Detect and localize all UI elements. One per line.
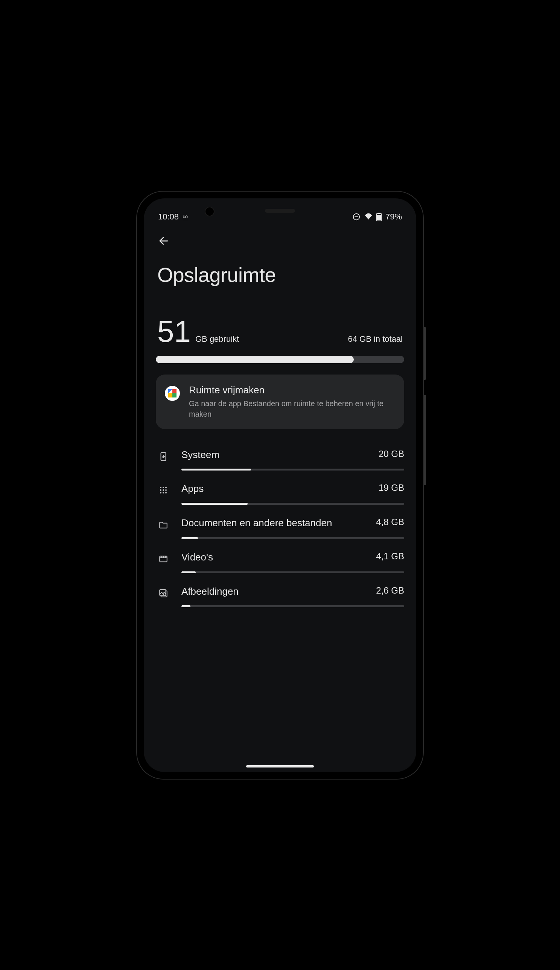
- screen: 10:08 ∞ 79% Ops: [144, 198, 416, 772]
- category-label: Systeem: [182, 449, 219, 462]
- category-row-documenten[interactable]: Documenten en andere bestanden 4,8 GB: [156, 511, 404, 545]
- battery-icon: [376, 213, 382, 221]
- systeem-icon: [156, 449, 171, 462]
- category-label: Documenten en andere bestanden: [182, 517, 332, 530]
- card-subtitle: Ga naar de app Bestanden om ruimte te be…: [189, 398, 395, 419]
- category-row-systeem[interactable]: Systeem 20 GB: [156, 443, 404, 477]
- card-title: Ruimte vrijmaken: [189, 384, 395, 396]
- wifi-icon: [364, 213, 373, 220]
- category-row-afbeeldingen[interactable]: Afbeeldingen 2,6 GB: [156, 579, 404, 613]
- apps-icon: [156, 483, 171, 495]
- storage-progress-fill: [156, 356, 354, 363]
- category-bar-fill: [182, 468, 251, 470]
- category-size: 4,8 GB: [376, 517, 404, 527]
- category-size: 2,6 GB: [376, 585, 404, 596]
- category-bar: [182, 572, 404, 573]
- category-bar: [182, 503, 404, 505]
- speaker-slot: [265, 209, 295, 213]
- afbeeldingen-icon: [156, 585, 171, 598]
- category-bar: [182, 605, 404, 607]
- power-button: [424, 327, 426, 380]
- storage-progress-bar: [156, 356, 404, 363]
- category-size: 20 GB: [378, 449, 404, 459]
- files-app-icon: [165, 386, 180, 401]
- category-bar: [182, 468, 404, 470]
- svg-rect-3: [378, 213, 380, 213]
- infinity-icon: ∞: [183, 212, 188, 221]
- svg-point-8: [163, 487, 164, 488]
- clock-text: 10:08: [158, 212, 179, 222]
- usage-summary: 51 GB gebruikt 64 GB in totaal: [156, 287, 404, 350]
- categories-list: Systeem 20 GB Apps 19 GB Documenten en a…: [156, 443, 404, 613]
- category-row-videos[interactable]: Video's 4,1 GB: [156, 545, 404, 579]
- category-size: 19 GB: [378, 483, 404, 493]
- svg-point-11: [163, 489, 164, 491]
- camera-hole: [205, 207, 215, 217]
- back-button[interactable]: [158, 235, 169, 247]
- used-value: 51: [157, 317, 191, 347]
- category-bar-fill: [182, 503, 248, 505]
- svg-point-12: [165, 489, 167, 491]
- category-size: 4,1 GB: [376, 551, 404, 562]
- gesture-nav-bar[interactable]: [246, 765, 314, 767]
- svg-point-10: [160, 489, 162, 491]
- used-label: GB gebruikt: [195, 334, 239, 344]
- free-space-card[interactable]: Ruimte vrijmaken Ga naar de app Bestande…: [156, 375, 404, 429]
- documenten-icon: [156, 517, 171, 530]
- category-label: Video's: [182, 551, 213, 564]
- category-bar: [182, 537, 404, 539]
- svg-point-7: [160, 487, 162, 488]
- dnd-icon: [352, 213, 360, 221]
- svg-point-15: [165, 492, 167, 493]
- svg-point-13: [160, 492, 162, 493]
- category-bar-fill: [182, 537, 198, 539]
- category-bar-fill: [182, 605, 190, 607]
- category-bar-fill: [182, 572, 196, 573]
- total-label: 64 GB in totaal: [348, 334, 403, 344]
- svg-rect-4: [377, 215, 381, 220]
- volume-button: [424, 395, 426, 485]
- page-title: Opslagruimte: [156, 263, 404, 287]
- videos-icon: [156, 551, 171, 564]
- phone-frame: 10:08 ∞ 79% Ops: [137, 192, 423, 779]
- svg-point-9: [165, 487, 167, 488]
- battery-percent: 79%: [385, 212, 402, 222]
- category-row-apps[interactable]: Apps 19 GB: [156, 477, 404, 511]
- category-label: Apps: [182, 483, 203, 495]
- svg-point-14: [163, 492, 164, 493]
- category-label: Afbeeldingen: [182, 585, 238, 598]
